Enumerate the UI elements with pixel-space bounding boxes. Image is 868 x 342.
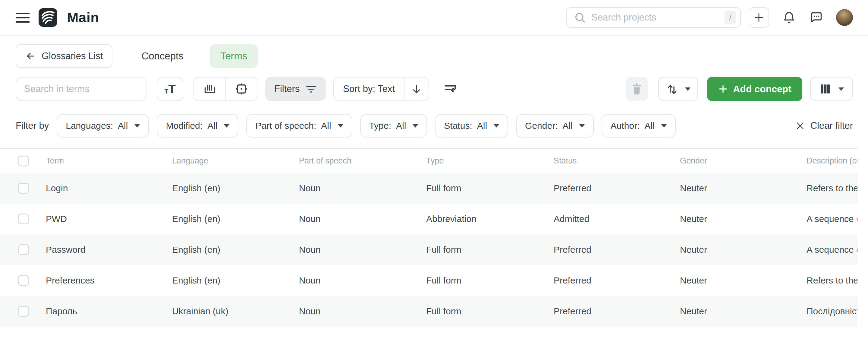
filter-lines-icon — [305, 83, 317, 95]
clear-filter-button[interactable]: Clear filter — [795, 120, 853, 131]
toolbar-right-actions: Add concept — [626, 77, 853, 101]
filter-chip-status[interactable]: Status:All — [435, 114, 508, 138]
table-row[interactable]: PWDEnglish (en)NounAbbreviationAdmittedN… — [0, 204, 858, 234]
plus-icon — [718, 84, 728, 94]
row-checkbox[interactable] — [18, 244, 29, 255]
chevron-down-icon — [412, 124, 418, 127]
select-all-checkbox[interactable] — [18, 155, 29, 167]
project-search-input[interactable] — [591, 12, 724, 23]
tab-concepts[interactable]: Concepts — [131, 44, 193, 68]
match-case-icon: тT — [164, 83, 176, 95]
row-checkbox-cell — [0, 213, 46, 224]
cell-type: Full form — [426, 306, 554, 316]
search-shortcut-badge: / — [724, 10, 736, 24]
terms-toolbar: тT Filters Sort by: Text — [16, 77, 853, 101]
notifications-button[interactable] — [782, 11, 796, 24]
column-header-description-co: Description (co — [807, 156, 858, 166]
chip-value: All — [207, 121, 217, 131]
chip-value: All — [396, 121, 406, 131]
filters-button[interactable]: Filters — [265, 77, 326, 101]
column-header-gender: Gender — [680, 156, 807, 166]
filter-chip-gender[interactable]: Gender:All — [516, 114, 594, 138]
topbar-actions: / — [566, 7, 853, 28]
chip-label: Author: — [611, 121, 640, 131]
tab-terms[interactable]: Terms — [210, 44, 258, 68]
row-checkbox[interactable] — [18, 306, 29, 317]
column-header-term: Term — [46, 156, 172, 166]
table-row[interactable]: PreferencesEnglish (en)NounFull formPref… — [0, 265, 858, 296]
sort-by-button[interactable]: Sort by: Text — [334, 78, 404, 101]
chevron-down-icon — [224, 124, 229, 127]
cell-language: English (en) — [172, 245, 299, 255]
chevron-down-icon — [685, 87, 690, 91]
plus-icon — [753, 12, 765, 23]
cell-status: Preferred — [554, 183, 680, 193]
row-checkbox-cell — [0, 244, 46, 255]
cell-term: PWD — [46, 214, 172, 224]
sort-direction-button[interactable] — [404, 78, 429, 101]
cell-description: Послідовніст — [807, 306, 858, 316]
columns-icon — [819, 83, 831, 95]
sort-control: Sort by: Text — [333, 77, 429, 101]
filter-bar: Filter by Languages:AllModified:AllPart … — [16, 114, 853, 138]
user-avatar[interactable] — [836, 9, 853, 26]
filter-chip-part-of-speech[interactable]: Part of speech:All — [246, 114, 352, 138]
cell-gender: Neuter — [680, 306, 807, 316]
cell-language: English (en) — [172, 275, 299, 286]
cell-part-of-speech: Noun — [299, 214, 426, 224]
table-row[interactable]: LoginEnglish (en)NounFull formPreferredN… — [0, 173, 858, 204]
whole-word-icon — [203, 82, 217, 96]
match-case-button[interactable]: тT — [157, 77, 183, 101]
cell-part-of-speech: Noun — [299, 306, 426, 316]
page-title: Main — [67, 9, 99, 26]
close-icon — [795, 121, 805, 131]
chip-value: All — [562, 121, 572, 131]
arrow-left-icon — [25, 51, 36, 61]
back-to-glossaries-button[interactable]: Glossaries List — [16, 44, 113, 68]
chat-bubble-icon — [809, 11, 823, 24]
chevron-down-icon — [338, 124, 343, 127]
create-project-button[interactable] — [749, 7, 769, 28]
hamburger-menu-icon[interactable] — [16, 13, 30, 23]
add-concept-button[interactable]: Add concept — [707, 77, 802, 101]
chevron-down-icon — [661, 124, 667, 127]
filter-chip-modified[interactable]: Modified:All — [157, 114, 239, 138]
import-export-button[interactable] — [658, 77, 698, 101]
table-row[interactable]: ПарольUkrainian (uk)NounFull formPreferr… — [0, 296, 858, 326]
search-icon — [574, 11, 586, 24]
exact-match-button[interactable] — [225, 78, 257, 101]
chevron-down-icon — [579, 124, 585, 127]
row-checkbox[interactable] — [18, 213, 29, 224]
cell-part-of-speech: Noun — [299, 183, 426, 193]
chip-value: All — [321, 121, 331, 131]
chip-label: Type: — [369, 121, 391, 131]
messages-button[interactable] — [809, 11, 823, 24]
cell-part-of-speech: Noun — [299, 245, 426, 255]
cell-type: Full form — [426, 275, 554, 286]
topbar: Main / — [0, 0, 868, 36]
cell-description: A sequence o — [807, 245, 858, 255]
row-checkbox[interactable] — [18, 275, 29, 286]
row-checkbox[interactable] — [18, 183, 29, 194]
delete-selected-button[interactable] — [626, 77, 648, 101]
project-search[interactable]: / — [566, 7, 741, 28]
columns-settings-button[interactable] — [810, 77, 853, 101]
clear-filter-label: Clear filter — [810, 120, 853, 131]
wrap-rows-button[interactable] — [442, 81, 459, 97]
arrow-down-icon — [411, 83, 422, 95]
chevron-down-icon — [838, 87, 844, 91]
filter-chip-languages[interactable]: Languages:All — [57, 114, 149, 138]
terms-table: TermLanguagePart of speechTypeStatusGend… — [0, 148, 858, 326]
cell-gender: Neuter — [680, 275, 807, 286]
column-header-type: Type — [426, 156, 554, 166]
back-button-label: Glossaries List — [41, 51, 103, 61]
table-row[interactable]: PasswordEnglish (en)NounFull formPreferr… — [0, 234, 858, 265]
chevron-down-icon — [134, 124, 140, 127]
whole-word-button[interactable] — [194, 78, 225, 101]
filter-chip-type[interactable]: Type:All — [360, 114, 427, 138]
filter-chip-author[interactable]: Author:All — [601, 114, 676, 138]
filter-by-label: Filter by — [16, 120, 49, 131]
cell-gender: Neuter — [680, 183, 807, 193]
terms-search-input[interactable] — [16, 77, 147, 101]
chip-label: Gender: — [525, 121, 558, 131]
